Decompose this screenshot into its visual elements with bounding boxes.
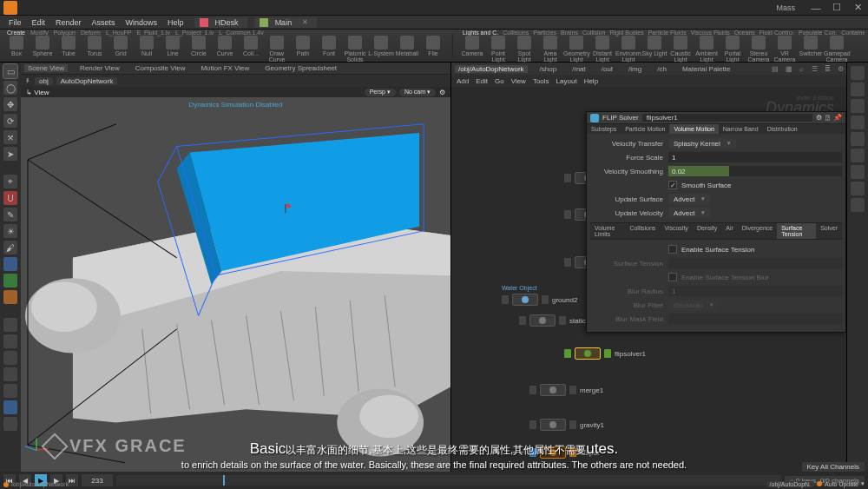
param-help-icon[interactable]: ⍰: [825, 114, 830, 122]
viewtab-scene[interactable]: Scene View: [24, 64, 68, 72]
netmenu-tools[interactable]: Tools: [533, 77, 549, 85]
tool-platonic[interactable]: Platonic Solids: [342, 36, 368, 63]
cam-toggle[interactable]: No cam ▾: [399, 89, 436, 96]
shelf2-pfluids[interactable]: Particle Fluids: [648, 30, 687, 36]
key-all-channels-btn[interactable]: Key All Channels: [802, 462, 865, 472]
tool-grid[interactable]: Grid: [108, 36, 134, 63]
ptab-distribution[interactable]: Distribution: [763, 124, 802, 134]
tool-font[interactable]: Font: [316, 36, 342, 63]
node-ground2[interactable]: Water Object ground2: [502, 294, 577, 306]
shelf-tab-project[interactable]: L_Project_1.lv: [175, 30, 214, 36]
nettab-ch[interactable]: /ch: [654, 65, 670, 73]
netmenu-layout[interactable]: Layout: [556, 77, 577, 85]
tool-skylight[interactable]: Sky Light: [641, 36, 667, 63]
menu-help[interactable]: Help: [164, 18, 187, 27]
translate-icon[interactable]: ✥: [3, 97, 17, 111]
enable-surf-tension-check[interactable]: [668, 245, 677, 254]
ptab-particlemotion[interactable]: Particle Motion: [621, 124, 669, 134]
shelf-tab-common[interactable]: L_Common.1.4v: [219, 30, 263, 36]
misc-1-icon[interactable]: [3, 318, 17, 332]
misc-5-icon[interactable]: [3, 384, 17, 398]
vel-transfer-combo[interactable]: Splashy Kernel: [668, 138, 736, 149]
tool-box[interactable]: Box: [3, 36, 30, 63]
tool-sphere[interactable]: Sphere: [30, 36, 56, 63]
shelf-tab-deform[interactable]: Deform: [81, 30, 101, 36]
shelf2-lights[interactable]: Lights and C.: [463, 30, 498, 36]
stab-volumelimits[interactable]: Volume Limits: [590, 223, 625, 239]
update-surface-combo[interactable]: Advect: [668, 194, 710, 204]
rt-9-icon[interactable]: [851, 198, 865, 212]
tool-pointlight[interactable]: Point Light: [485, 36, 511, 63]
stab-solver[interactable]: Solver: [816, 223, 842, 239]
stab-surftension[interactable]: Surface Tension: [777, 223, 816, 239]
nettab-mat[interactable]: /mat: [569, 65, 589, 73]
viewtab-spreadsheet[interactable]: Geometry Spreadsheet: [261, 64, 340, 72]
tool-null[interactable]: Null: [134, 36, 160, 63]
tool-path[interactable]: Path: [290, 36, 316, 63]
tool-spotlight[interactable]: Spot Light: [511, 36, 537, 63]
menu-windows[interactable]: Windows: [122, 18, 161, 27]
ptab-volumemotion[interactable]: Volume Motion: [669, 124, 718, 134]
misc-2-icon[interactable]: [3, 334, 17, 348]
tool-gamepad[interactable]: Gamepad Camera: [824, 36, 850, 63]
tool-circle[interactable]: Circle: [186, 36, 212, 63]
tool-drawcurve[interactable]: Draw Curve: [264, 36, 290, 63]
tool-ambient[interactable]: Ambient Light: [694, 36, 720, 63]
ptab-substeps[interactable]: Substeps: [587, 124, 621, 134]
rec-magnet-icon[interactable]: U: [3, 191, 17, 205]
rt-8-icon[interactable]: [851, 182, 865, 195]
rt-6-icon[interactable]: [851, 149, 865, 162]
path-node[interactable]: AutoDopNetwork: [56, 77, 117, 85]
tool-lsystem[interactable]: L-System: [368, 36, 394, 63]
shelf-tab-polygon[interactable]: Polygon: [54, 30, 76, 36]
timeline-slider[interactable]: [116, 475, 781, 486]
ptab-narrowband[interactable]: Narrow Band: [719, 124, 763, 134]
stab-viscosity[interactable]: Viscosity: [660, 223, 693, 239]
nettab-obj[interactable]: /obj/AutoDopNetwork: [455, 65, 528, 73]
select-tool-icon[interactable]: ▭: [3, 64, 17, 78]
shelf-tab-create[interactable]: Create: [7, 30, 25, 36]
pointer-icon[interactable]: ➤: [3, 147, 17, 161]
param-gear-icon[interactable]: ⚙: [816, 114, 822, 122]
tool-stereo[interactable]: Stereo Camera: [746, 36, 772, 63]
scale-icon[interactable]: ⤧: [3, 130, 17, 144]
tool-curve[interactable]: Curve: [212, 36, 238, 63]
param-pin-icon[interactable]: 📌: [833, 114, 842, 122]
shelf2-fluidcontrol[interactable]: Fluid Contro.: [760, 30, 794, 36]
vel-smooth-field[interactable]: 0.02: [668, 166, 842, 176]
view-gear-icon[interactable]: ⚙: [439, 89, 445, 96]
misc-7-icon[interactable]: [3, 417, 17, 431]
netmenu-edit[interactable]: Edit: [476, 77, 488, 85]
tool-distlight[interactable]: Distant Light: [589, 36, 615, 63]
net-toolbar-icons[interactable]: ▤ ▦ ⌕ ☰ ≣ ⚙: [772, 65, 846, 73]
close-icon[interactable]: ✕: [299, 18, 312, 26]
lights-icon[interactable]: ☀: [3, 224, 17, 238]
auto-update[interactable]: /obj/AutoDopN. Auto Update▾: [766, 480, 865, 487]
tool-file[interactable]: File: [420, 36, 446, 63]
viewtab-mop[interactable]: Motion FX View: [197, 64, 253, 72]
stab-air[interactable]: Air: [721, 223, 738, 239]
tool-caustic[interactable]: Caustic Light: [667, 36, 694, 63]
rt-5-icon[interactable]: [851, 132, 865, 146]
path-obj[interactable]: obj: [35, 77, 53, 85]
frame-field[interactable]: 233: [82, 474, 113, 486]
shelf-tab-fluid[interactable]: E_Fluid_1.lv: [136, 30, 170, 36]
rt-1-icon[interactable]: [851, 66, 865, 80]
nettab-matpal[interactable]: Material Palette: [679, 65, 734, 73]
shelf2-collisions[interactable]: Collisions: [503, 30, 529, 36]
stab-divergence[interactable]: Divergence: [738, 223, 777, 239]
shelf2-containertools[interactable]: Container Tools: [841, 30, 865, 36]
tool-switcher[interactable]: Switcher: [798, 36, 824, 63]
netmenu-go[interactable]: Go: [495, 77, 504, 85]
viewtab-composite[interactable]: Composite View: [132, 64, 189, 72]
viewport[interactable]: Dynamics Simulation Disabled Indie Editi…: [21, 97, 450, 472]
stab-collisions[interactable]: Collisions: [625, 223, 660, 239]
tool-envlight[interactable]: Environm. Light: [615, 36, 641, 63]
toggle-b-icon[interactable]: [3, 274, 17, 287]
network-view[interactable]: Indie Edition Dynamics: [451, 87, 846, 472]
node-flipsolver[interactable]: flipsolver1: [564, 347, 646, 360]
tool-torus[interactable]: Torus: [82, 36, 108, 63]
netmenu-help[interactable]: Help: [584, 77, 598, 85]
tool-line[interactable]: Line: [160, 36, 186, 63]
tab-hdesk[interactable]: HDesk: [194, 17, 247, 28]
